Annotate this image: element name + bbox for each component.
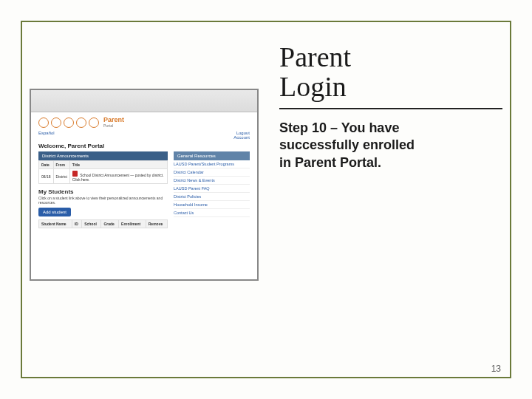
account-link[interactable]: Account <box>233 135 250 140</box>
col-title: Title <box>69 161 167 169</box>
logo-icon <box>89 117 99 128</box>
page-number: 13 <box>491 364 501 374</box>
slide-title: Parent Login <box>279 43 502 102</box>
portal-logo: Parent Portal <box>38 117 250 128</box>
title-line1: Parent <box>279 41 351 72</box>
title-underline <box>279 108 502 109</box>
col-school: School <box>82 220 101 228</box>
top-links-row: Español Logout Account <box>38 131 250 140</box>
resource-link[interactable]: Contact Us <box>174 209 250 217</box>
col-date: Date <box>39 161 54 169</box>
account-links: Logout Account <box>233 131 250 140</box>
col-student-name: Student Name <box>39 220 72 228</box>
logo-subtext: Portal <box>103 123 124 128</box>
step-description: Step 10 – You have successfully enrolled… <box>279 120 427 171</box>
title-line2: Login <box>279 71 347 102</box>
resource-link[interactable]: Household Income <box>174 201 250 209</box>
col-grade: Grade <box>101 220 119 228</box>
my-students-heading: My Students <box>38 188 168 195</box>
cell-date: 08/18 <box>39 169 54 184</box>
table-row[interactable]: 08/18 District School District Announcem… <box>39 169 168 184</box>
cell-from: District <box>53 169 69 184</box>
table-header-row: Student Name ID School Grade Enrollment … <box>39 220 168 228</box>
resource-link[interactable]: LAUSD Parent FAQ <box>174 185 250 193</box>
main-two-column: District Announcements Date From Title 0… <box>38 151 250 228</box>
resources-title: General Resources <box>177 154 216 158</box>
my-students-subtext: Click on a student link above to view th… <box>38 196 168 205</box>
logo-text: Parent <box>103 116 124 123</box>
col-remove: Remove <box>146 220 167 228</box>
pdf-icon <box>72 171 78 177</box>
slide-content: Parent Portal Español Logout Account Wel… <box>30 30 502 369</box>
logo-icon <box>64 117 74 128</box>
announcements-title: District Announcements <box>42 154 89 158</box>
resource-link[interactable]: LAUSD Parent/Student Programs <box>174 160 250 168</box>
col-enroll: Enrollment <box>119 220 146 228</box>
logo-icon <box>76 117 86 128</box>
resource-link[interactable]: District Calendar <box>174 168 250 177</box>
browser-chrome <box>31 90 257 112</box>
left-panel: District Announcements Date From Title 0… <box>38 151 168 228</box>
portal-body: Parent Portal Español Logout Account Wel… <box>31 112 257 236</box>
welcome-heading: Welcome, Parent Portal <box>38 143 250 149</box>
resource-link[interactable]: District News & Events <box>174 177 250 185</box>
language-link[interactable]: Español <box>38 131 55 140</box>
right-panel: General Resources LAUSD Parent/Student P… <box>174 151 250 228</box>
announcements-table: Date From Title 08/18 District School Di… <box>38 160 168 184</box>
resource-link[interactable]: District Policies <box>174 193 250 201</box>
col-from: From <box>53 161 69 169</box>
logo-icon <box>51 117 61 128</box>
screenshot-column: Parent Portal Español Logout Account Wel… <box>30 30 259 369</box>
resources-bar: General Resources <box>174 151 250 160</box>
text-column: Parent Login Step 10 – You have successf… <box>272 30 502 369</box>
table-header-row: Date From Title <box>39 161 168 169</box>
add-student-button[interactable]: Add student <box>38 208 71 216</box>
portal-screenshot: Parent Portal Español Logout Account Wel… <box>30 89 259 281</box>
col-id: ID <box>72 220 81 228</box>
cell-title: School District Announcement — posted by… <box>69 169 167 184</box>
announcements-bar: District Announcements <box>38 151 168 160</box>
logo-icon <box>38 117 49 128</box>
announcement-title-text[interactable]: School District Announcement — posted by… <box>72 173 164 182</box>
resources-list: LAUSD Parent/Student Programs District C… <box>174 160 250 217</box>
students-table: Student Name ID School Grade Enrollment … <box>38 219 168 228</box>
